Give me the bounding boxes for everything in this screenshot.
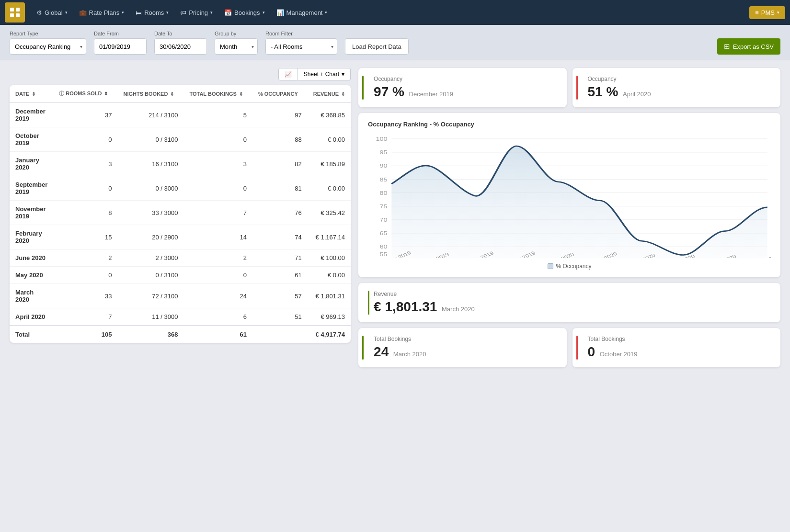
date-from-input[interactable] [94, 38, 147, 55]
svg-text:60: 60 [380, 244, 388, 250]
line-chart-icon: 📈 [285, 71, 292, 78]
calendar-icon: 📅 [224, 9, 232, 16]
legend-dot [548, 263, 553, 269]
cell-date: September 2019 [10, 176, 53, 201]
cell-nights-booked: 16 / 3100 [117, 152, 183, 176]
nav-rooms[interactable]: 🛏 Rooms ▾ [130, 6, 174, 19]
svg-text:80: 80 [380, 190, 388, 196]
col-date-header[interactable]: DATE ⇕ [10, 85, 53, 102]
svg-text:95: 95 [380, 149, 388, 156]
cell-nights-booked: 0 / 3000 [117, 176, 183, 201]
cell-revenue: € 1,801.31 [308, 284, 351, 308]
col-occupancy-header[interactable]: % OCCUPANCY [252, 85, 308, 102]
cell-pct-occupancy: 97 [252, 102, 308, 127]
revenue-value-row: € 1,801.31 March 2020 [374, 299, 771, 315]
cell-total-bookings: 6 [183, 308, 252, 326]
table-icon: ⊞ [724, 42, 730, 51]
revenue-period: March 2020 [442, 306, 475, 313]
cell-date: April 2020 [10, 308, 53, 326]
table-row: February 2020 15 20 / 2900 14 74 € 1,167… [10, 225, 351, 249]
chart-card: Occupancy Ranking - % Occupancy 100 95 9… [358, 113, 780, 277]
cell-total-bookings: 0 [183, 127, 252, 152]
left-panel: 📈 Sheet + Chart ▾ DATE ⇕ ⓘ ROOMS SOLD ⇕ … [10, 68, 351, 367]
chart-icon: 📊 [276, 9, 284, 16]
table-row: March 2020 33 72 / 3100 24 57 € 1,801.31 [10, 284, 351, 308]
report-type-select[interactable]: Occupancy Ranking [10, 38, 86, 55]
date-to-input[interactable] [154, 38, 207, 55]
svg-text:75: 75 [380, 204, 388, 210]
cell-nights-booked: 72 / 3100 [117, 284, 183, 308]
nav-pms-label: PMS [761, 9, 775, 16]
chevron-down-icon: ▾ [777, 10, 779, 15]
col-bookings-header[interactable]: TOTAL BOOKINGS ⇕ [183, 85, 252, 102]
cell-revenue: € 0.00 [308, 267, 351, 284]
cell-total-bookings: 3 [183, 152, 252, 176]
col-rooms-sold-header[interactable]: ⓘ ROOMS SOLD ⇕ [53, 85, 117, 102]
svg-text:100: 100 [376, 136, 387, 142]
svg-text:65: 65 [380, 230, 388, 237]
navbar: ⚙ Global ▾ 💼 Rate Plans ▾ 🛏 Rooms ▾ 🏷 Pr… [0, 0, 790, 25]
date-from-label: Date From [94, 31, 147, 36]
svg-rect-2 [10, 13, 14, 17]
svg-text:70: 70 [380, 217, 388, 223]
cell-total-bookings: 24 [183, 284, 252, 308]
cell-revenue: € 368.85 [308, 102, 351, 127]
cell-rooms-sold: 0 [53, 127, 117, 152]
chevron-down-icon: ▾ [342, 71, 344, 78]
cell-date: October 2019 [10, 127, 53, 152]
load-report-button[interactable]: Load Report Data [345, 38, 409, 55]
occupancy-1-period: December 2019 [409, 91, 454, 98]
logo [5, 2, 25, 23]
nav-management-label: Management [286, 9, 323, 16]
occupancy-1-value-row: 97 % December 2019 [374, 84, 557, 100]
bookings-2-label: Total Bookings [588, 336, 771, 342]
cell-total-bookings: 0 [183, 176, 252, 201]
nav-pms[interactable]: ≡ PMS ▾ [749, 6, 785, 19]
cell-total-bookings: 14 [183, 225, 252, 249]
info-icon: ⓘ [59, 91, 64, 96]
sheet-chart-button[interactable]: Sheet + Chart ▾ [298, 68, 351, 80]
cell-rooms-sold: 3 [53, 152, 117, 176]
chevron-down-icon: ▾ [263, 10, 265, 15]
room-filter-field: Room Filter - All Rooms ▾ [265, 31, 337, 55]
bookings-stat-2-inner: Total Bookings 0 October 2019 [582, 336, 771, 360]
cell-rooms-sold: 37 [53, 102, 117, 127]
nav-rate-plans-label: Rate Plans [89, 9, 120, 16]
cell-rooms-sold: 2 [53, 249, 117, 267]
cell-pct-occupancy: 81 [252, 176, 308, 201]
chart-view-button[interactable]: 📈 [278, 68, 298, 80]
toolbar: Report Type Occupancy Ranking ▾ Date Fro… [0, 25, 790, 60]
cell-total-bookings: 61 [183, 326, 252, 343]
occupancy-2-value: 51 % [588, 84, 618, 99]
sheet-chart-label: Sheet + Chart [304, 71, 339, 78]
legend-occupancy: % Occupancy [548, 263, 592, 270]
cell-date: May 2020 [10, 267, 53, 284]
cell-pct-occupancy: 57 [252, 284, 308, 308]
bookings-2-period: October 2019 [600, 351, 638, 358]
nav-global[interactable]: ⚙ Global ▾ [31, 6, 73, 19]
nav-rate-plans[interactable]: 💼 Rate Plans ▾ [73, 6, 130, 19]
nav-pricing[interactable]: 🏷 Pricing ▾ [174, 6, 218, 19]
cell-pct-occupancy: 61 [252, 267, 308, 284]
nav-pricing-label: Pricing [189, 9, 208, 16]
nav-bookings[interactable]: 📅 Bookings ▾ [218, 6, 270, 19]
cell-revenue: € 969.13 [308, 308, 351, 326]
col-nights-header[interactable]: NIGHTS BOOKED ⇕ [117, 85, 183, 102]
cell-nights-booked: 0 / 3100 [117, 127, 183, 152]
date-from-field: Date From [94, 31, 147, 55]
group-by-field: Group by Month ▾ [215, 31, 258, 55]
cell-revenue: € 100.00 [308, 249, 351, 267]
bookings-card-2: Total Bookings 0 October 2019 [572, 328, 780, 367]
export-csv-button[interactable]: ⊞ Export as CSV [717, 38, 780, 55]
svg-text:85: 85 [380, 177, 388, 183]
group-by-label: Group by [215, 31, 258, 36]
cell-revenue: € 1,167.14 [308, 225, 351, 249]
report-type-label: Report Type [10, 31, 86, 36]
cell-nights-booked: 11 / 3000 [117, 308, 183, 326]
group-by-select[interactable]: Month [215, 38, 258, 55]
col-revenue-header[interactable]: REVENUE ⇕ [308, 85, 351, 102]
occupancy-1-value: 97 % [374, 84, 404, 99]
room-filter-select[interactable]: - All Rooms [265, 38, 337, 55]
svg-rect-3 [16, 13, 20, 17]
nav-management[interactable]: 📊 Management ▾ [271, 6, 333, 19]
